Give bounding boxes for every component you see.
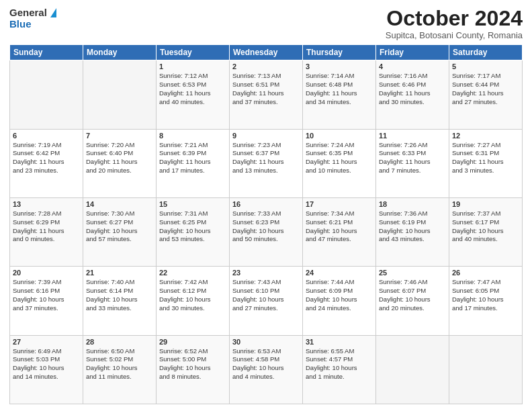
day-info: Sunrise: 6:49 AM Sunset: 5:03 PM Dayligh… bbox=[13, 347, 80, 381]
day-cell: 12Sunrise: 7:27 AM Sunset: 6:31 PM Dayli… bbox=[449, 129, 523, 197]
day-number: 29 bbox=[159, 338, 226, 346]
day-number: 19 bbox=[452, 200, 519, 208]
week-row-5: 27Sunrise: 6:49 AM Sunset: 5:03 PM Dayli… bbox=[10, 335, 523, 404]
day-info: Sunrise: 7:33 AM Sunset: 6:23 PM Dayligh… bbox=[232, 210, 300, 244]
day-cell: 15Sunrise: 7:31 AM Sunset: 6:25 PM Dayli… bbox=[157, 197, 230, 266]
day-info: Sunrise: 7:31 AM Sunset: 6:25 PM Dayligh… bbox=[159, 210, 226, 244]
day-number: 1 bbox=[159, 62, 226, 71]
day-number: 4 bbox=[379, 62, 446, 71]
day-number: 23 bbox=[232, 269, 300, 277]
day-info: Sunrise: 7:20 AM Sunset: 6:40 PM Dayligh… bbox=[86, 141, 153, 175]
day-number: 3 bbox=[306, 62, 373, 71]
day-cell: 31Sunrise: 6:55 AM Sunset: 4:57 PM Dayli… bbox=[303, 335, 376, 404]
day-cell bbox=[83, 60, 157, 129]
day-cell: 4Sunrise: 7:16 AM Sunset: 6:46 PM Daylig… bbox=[376, 60, 449, 129]
week-row-4: 20Sunrise: 7:39 AM Sunset: 6:16 PM Dayli… bbox=[10, 267, 523, 335]
day-number: 24 bbox=[306, 269, 373, 277]
day-info: Sunrise: 7:44 AM Sunset: 6:09 PM Dayligh… bbox=[306, 278, 373, 312]
col-header-tuesday: Tuesday bbox=[157, 45, 230, 60]
col-header-friday: Friday bbox=[376, 45, 449, 60]
day-number: 10 bbox=[306, 132, 373, 140]
header-row: SundayMondayTuesdayWednesdayThursdayFrid… bbox=[10, 45, 523, 60]
subtitle: Supitca, Botosani County, Romania bbox=[386, 30, 523, 40]
day-cell: 14Sunrise: 7:30 AM Sunset: 6:27 PM Dayli… bbox=[83, 197, 157, 266]
day-cell: 3Sunrise: 7:14 AM Sunset: 6:48 PM Daylig… bbox=[303, 60, 376, 129]
page: General Blue October 2024 Supitca, Botos… bbox=[0, 0, 532, 411]
logo: General Blue bbox=[9, 7, 56, 30]
col-header-saturday: Saturday bbox=[449, 45, 523, 60]
day-info: Sunrise: 7:43 AM Sunset: 6:10 PM Dayligh… bbox=[232, 278, 300, 312]
day-cell: 29Sunrise: 6:52 AM Sunset: 5:00 PM Dayli… bbox=[157, 335, 230, 404]
day-number: 8 bbox=[159, 132, 226, 140]
day-cell: 6Sunrise: 7:19 AM Sunset: 6:42 PM Daylig… bbox=[10, 129, 83, 197]
day-cell: 18Sunrise: 7:36 AM Sunset: 6:19 PM Dayli… bbox=[376, 197, 449, 266]
day-cell: 25Sunrise: 7:46 AM Sunset: 6:07 PM Dayli… bbox=[376, 267, 449, 335]
day-cell: 9Sunrise: 7:23 AM Sunset: 6:37 PM Daylig… bbox=[230, 129, 303, 197]
day-number: 18 bbox=[379, 200, 446, 208]
day-number: 27 bbox=[13, 338, 80, 346]
day-number: 21 bbox=[86, 269, 153, 277]
day-info: Sunrise: 7:28 AM Sunset: 6:29 PM Dayligh… bbox=[13, 210, 80, 244]
month-title: October 2024 bbox=[386, 7, 523, 30]
day-number: 26 bbox=[452, 269, 519, 277]
day-info: Sunrise: 7:40 AM Sunset: 6:14 PM Dayligh… bbox=[86, 278, 153, 312]
day-cell: 5Sunrise: 7:17 AM Sunset: 6:44 PM Daylig… bbox=[449, 60, 523, 129]
day-cell: 7Sunrise: 7:20 AM Sunset: 6:40 PM Daylig… bbox=[83, 129, 157, 197]
day-number: 20 bbox=[13, 269, 80, 277]
calendar: SundayMondayTuesdayWednesdayThursdayFrid… bbox=[9, 44, 523, 404]
logo-general: General bbox=[9, 7, 47, 18]
day-cell bbox=[10, 60, 83, 129]
day-info: Sunrise: 7:30 AM Sunset: 6:27 PM Dayligh… bbox=[86, 210, 153, 244]
day-info: Sunrise: 7:21 AM Sunset: 6:39 PM Dayligh… bbox=[159, 141, 226, 175]
day-info: Sunrise: 7:34 AM Sunset: 6:21 PM Dayligh… bbox=[306, 210, 373, 244]
day-info: Sunrise: 7:19 AM Sunset: 6:42 PM Dayligh… bbox=[13, 141, 80, 175]
day-number: 12 bbox=[452, 132, 519, 140]
day-cell bbox=[376, 335, 449, 404]
header: General Blue October 2024 Supitca, Botos… bbox=[9, 7, 523, 40]
col-header-wednesday: Wednesday bbox=[230, 45, 303, 60]
day-number: 16 bbox=[232, 200, 300, 208]
day-cell: 8Sunrise: 7:21 AM Sunset: 6:39 PM Daylig… bbox=[157, 129, 230, 197]
day-info: Sunrise: 6:55 AM Sunset: 4:57 PM Dayligh… bbox=[306, 347, 373, 381]
day-number: 13 bbox=[13, 200, 80, 208]
day-cell: 27Sunrise: 6:49 AM Sunset: 5:03 PM Dayli… bbox=[10, 335, 83, 404]
day-cell: 30Sunrise: 6:53 AM Sunset: 4:58 PM Dayli… bbox=[230, 335, 303, 404]
day-cell: 24Sunrise: 7:44 AM Sunset: 6:09 PM Dayli… bbox=[303, 267, 376, 335]
day-cell: 21Sunrise: 7:40 AM Sunset: 6:14 PM Dayli… bbox=[83, 267, 157, 335]
day-number: 9 bbox=[232, 132, 300, 140]
logo-blue: Blue bbox=[9, 18, 32, 30]
day-cell: 19Sunrise: 7:37 AM Sunset: 6:17 PM Dayli… bbox=[449, 197, 523, 266]
day-cell: 2Sunrise: 7:13 AM Sunset: 6:51 PM Daylig… bbox=[230, 60, 303, 129]
day-info: Sunrise: 6:50 AM Sunset: 5:02 PM Dayligh… bbox=[86, 347, 153, 381]
day-number: 5 bbox=[452, 62, 519, 71]
day-number: 11 bbox=[379, 132, 446, 140]
day-info: Sunrise: 6:53 AM Sunset: 4:58 PM Dayligh… bbox=[232, 347, 300, 381]
day-cell: 26Sunrise: 7:47 AM Sunset: 6:05 PM Dayli… bbox=[449, 267, 523, 335]
day-cell: 1Sunrise: 7:12 AM Sunset: 6:53 PM Daylig… bbox=[157, 60, 230, 129]
col-header-sunday: Sunday bbox=[10, 45, 83, 60]
day-number: 2 bbox=[232, 62, 300, 71]
day-cell: 17Sunrise: 7:34 AM Sunset: 6:21 PM Dayli… bbox=[303, 197, 376, 266]
week-row-3: 13Sunrise: 7:28 AM Sunset: 6:29 PM Dayli… bbox=[10, 197, 523, 266]
day-number: 31 bbox=[306, 338, 373, 346]
day-info: Sunrise: 7:42 AM Sunset: 6:12 PM Dayligh… bbox=[159, 278, 226, 312]
day-number: 6 bbox=[13, 132, 80, 140]
col-header-thursday: Thursday bbox=[303, 45, 376, 60]
day-cell: 16Sunrise: 7:33 AM Sunset: 6:23 PM Dayli… bbox=[230, 197, 303, 266]
col-header-monday: Monday bbox=[83, 45, 157, 60]
day-info: Sunrise: 7:16 AM Sunset: 6:46 PM Dayligh… bbox=[379, 72, 446, 106]
day-number: 22 bbox=[159, 269, 226, 277]
day-cell: 13Sunrise: 7:28 AM Sunset: 6:29 PM Dayli… bbox=[10, 197, 83, 266]
day-cell: 10Sunrise: 7:24 AM Sunset: 6:35 PM Dayli… bbox=[303, 129, 376, 197]
day-info: Sunrise: 7:46 AM Sunset: 6:07 PM Dayligh… bbox=[379, 278, 446, 312]
day-number: 7 bbox=[86, 132, 153, 140]
day-number: 30 bbox=[232, 338, 300, 346]
day-cell: 28Sunrise: 6:50 AM Sunset: 5:02 PM Dayli… bbox=[83, 335, 157, 404]
day-info: Sunrise: 7:12 AM Sunset: 6:53 PM Dayligh… bbox=[159, 72, 226, 106]
day-number: 28 bbox=[86, 338, 153, 346]
day-info: Sunrise: 7:17 AM Sunset: 6:44 PM Dayligh… bbox=[452, 72, 519, 106]
day-info: Sunrise: 7:47 AM Sunset: 6:05 PM Dayligh… bbox=[452, 278, 519, 312]
day-number: 15 bbox=[159, 200, 226, 208]
title-section: October 2024 Supitca, Botosani County, R… bbox=[386, 7, 523, 40]
calendar-header: SundayMondayTuesdayWednesdayThursdayFrid… bbox=[10, 45, 523, 60]
